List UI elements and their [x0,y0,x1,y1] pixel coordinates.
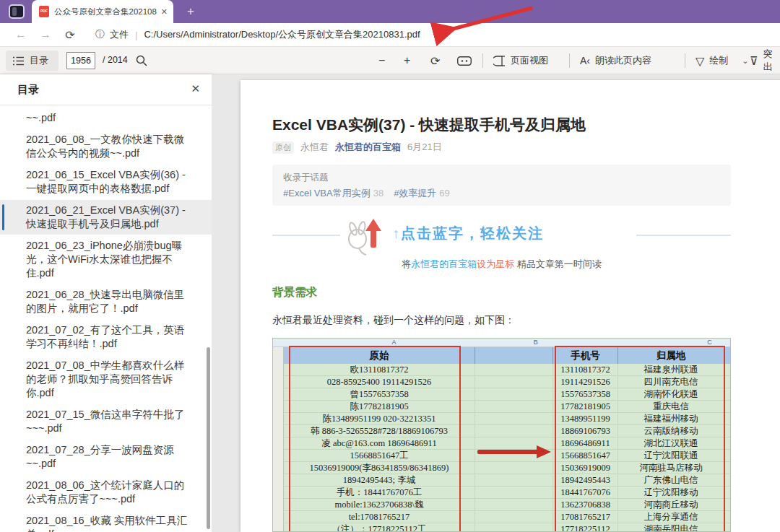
excel-cell [475,425,553,437]
article-byline: 原创 永恒君 永恒君的百宝箱 6月21日 [272,141,442,154]
draw-label: 绘制 [709,54,728,67]
address-bar[interactable]: ⓘ 文件 | C:/Users/Administrator/Desktop/公众… [95,28,420,41]
topic-tags: #Excel VBA常用实例38#效率提升69 [283,187,460,200]
excel-cell [475,511,553,523]
toc-divider [0,105,212,105]
pdf-toolbar: 目录 / 2014 − + ⟳ 页面视图 A‹ [0,47,780,74]
rotate-button[interactable]: ⟳ [430,51,440,71]
highlighter-icon: ⊽ [750,54,758,68]
toc-sidebar: 目录 ✕ ~~.pdf2021_06_08_一文教你快速下载微信公众号内的视频~… [0,74,212,532]
new-tab-button[interactable]: + [182,3,199,20]
redbox-result-columns [555,346,725,532]
tab-actions-icon[interactable] [9,4,25,19]
topic-tag-count: 38 [373,188,384,199]
toc-item[interactable]: 2021_07_15_微信这串字符牛批了~~~.pdf [0,404,212,439]
refresh-button[interactable]: ⟳ [58,28,82,42]
toc-item[interactable]: 2021_06_08_一文教你快速下载微信公众号内的视频~~.pdf [0,129,212,164]
toc-item[interactable]: 2021_06_15_Excel VBA实例(36) - 一键提取网页中的表格数… [0,165,212,199]
topic-tag-link[interactable]: #Excel VBA常用实例 [283,188,370,199]
toc-header: 目录 ✕ [0,74,212,105]
topic-box: 收录于话题 #Excel VBA常用实例38#效率提升69 [272,165,731,206]
excel-cell [475,401,553,413]
toc-button-label: 目录 [30,54,48,67]
publish-date: 6月21日 [407,141,442,154]
toc-item[interactable]: 2021_08_16_收藏 实用软件工具汇总.pdf [0,510,212,532]
browser-titlebar: 公众号原创文章合集20210831.p ✕ + [0,0,780,23]
page-view-label: 页面视图 [511,54,548,67]
forward-button[interactable]: → [33,28,58,41]
toc-item[interactable]: 2021_06_21_Excel VBA实例(37) - 快速提取手机号及归属地… [0,200,212,235]
excel-cell [475,487,553,499]
toc-item[interactable]: 2021_07_02_有了这个工具，英语学习不再纠结！.pdf [0,320,212,354]
tab-title: 公众号原创文章合集20210831.p [54,6,157,17]
subscribe-action: 设为星标 [477,258,514,269]
url-text: C:/Users/Administrator/Desktop/公众号原创文章合集… [144,28,420,41]
toc-item[interactable]: 2021_06_23_iPhone必崩溃bug曝光，这个WiFi水太深谁也把握不… [0,235,212,284]
article-title: Excel VBA实例(37) - 快速提取手机号及归属地 [272,115,586,135]
page-info-icon[interactable]: ⓘ [95,28,105,41]
article-paragraph: 永恒君最近处理资料，碰到一个这样的问题，如下图： [272,314,515,327]
page-view-button[interactable]: 页面视图 [493,51,548,71]
excel-cell [475,413,553,425]
subscribe-account-link[interactable]: 永恒君的百宝箱 [411,258,477,269]
draw-chevron-icon[interactable]: ⌄ [742,56,748,66]
content-area: 目录 ✕ ~~.pdf2021_06_08_一文教你快速下载微信公众号内的视频~… [0,74,780,532]
sidebar-scrollbar[interactable] [207,347,210,529]
star-subscribe-line: 将永恒君的百宝箱设为星标 精品文章第一时间读 [272,258,731,271]
banner-text[interactable]: ↑点击蓝字，轻松关注 [392,224,544,243]
zoom-in-button[interactable]: + [404,51,410,71]
excel-row-number-strip [273,347,284,531]
excel-cell [475,364,553,376]
url-scheme-label: 文件 [110,28,129,41]
toc-close-icon[interactable]: ✕ [191,82,200,95]
tab-close-icon[interactable]: ✕ [161,7,168,17]
highlight-label: 突出 [763,48,780,74]
page-number-input[interactable] [66,52,95,69]
toc-item[interactable]: ~~.pdf [0,108,212,128]
topic-tag-count: 69 [439,188,449,199]
excel-cell [475,376,553,388]
address-bar-row: ← → ⟳ ⓘ 文件 | C:/Users/Administrator/Desk… [0,23,780,47]
follow-banner: ↑点击蓝字，轻松关注 [272,216,731,258]
read-aloud-button[interactable]: A‹ 朗读此页内容 [580,51,651,71]
banner-up-arrow: ↑ [392,225,401,241]
toc-toggle-button[interactable]: 目录 [6,51,58,71]
mascot-icon [344,217,386,256]
section-heading: 背景需求 [272,285,317,300]
page-view-icon [493,56,506,66]
list-icon [13,56,24,66]
fit-to-width-button[interactable] [457,51,472,71]
original-badge: 原创 [272,141,294,154]
highlight-button[interactable]: ⊽ 突出 [750,51,780,71]
excel-cell [475,388,553,401]
back-button[interactable]: ← [9,28,33,41]
pdf-file-icon [39,6,49,17]
banner-line-left [272,235,340,236]
toc-item[interactable]: 2021_08_06_这个统计家庭人口的公式有点厉害了~~~.pdf [0,475,212,510]
read-aloud-label: 朗读此页内容 [595,54,651,67]
excel-header-empty [475,347,553,364]
toc-item[interactable]: 2021_07_28_分享一波网盘资源~~.pdf [0,440,212,474]
topic-tag-link[interactable]: #效率提升 [394,188,436,199]
account-link[interactable]: 永恒君的百宝箱 [335,141,401,154]
excel-cell [475,474,553,487]
toc-item[interactable]: 2021_07_08_中学生都喜欢什么样的老师？抓取知乎高赞回答告诉你.pdf [0,355,212,404]
toc-list: ~~.pdf2021_06_08_一文教你快速下载微信公众号内的视频~~.pdf… [0,108,212,532]
draw-pen-icon: ▽ [696,54,704,68]
topic-box-label: 收录于话题 [283,172,329,184]
excel-cell [475,523,553,532]
browser-tab[interactable]: 公众号原创文章合集20210831.p ✕ [32,0,173,23]
draw-button[interactable]: ▽ 绘制 ⌄ [696,51,749,71]
excel-screenshot: A B C 原始 手机号 归属地 欧1311081737213110817372… [272,338,731,532]
search-icon[interactable] [136,55,147,66]
zoom-out-button[interactable]: − [378,51,385,71]
read-aloud-icon: A‹ [580,55,590,66]
toc-item[interactable]: 2021_06_28_快速导出电脑微信里的图片，就用它了！.pdf [0,284,212,319]
banner-line-right [636,235,731,236]
browser-window: 公众号原创文章合集20210831.p ✕ + ← → ⟳ ⓘ 文件 | C:/… [0,0,780,532]
transform-arrow-icon [477,445,551,458]
author-name: 永恒君 [300,141,329,154]
excel-cell [475,462,553,474]
fit-width-icon [457,56,472,66]
url-separator: | [135,30,137,40]
